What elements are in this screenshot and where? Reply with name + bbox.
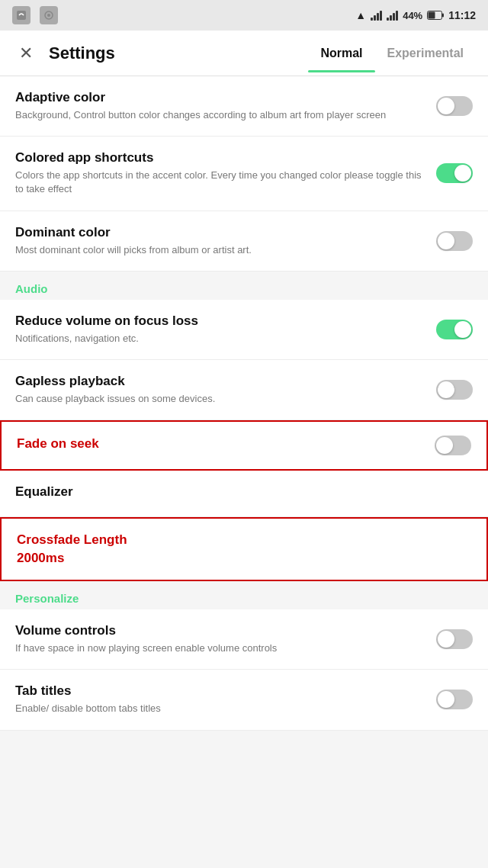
setting-colored-shortcuts-subtitle: Colors the app shortcuts in the accent c…: [15, 169, 424, 196]
setting-gapless-playback-text: Gapless playback Can cause playback issu…: [15, 374, 424, 406]
svg-point-2: [47, 14, 50, 17]
crossfade-value: 2000ms: [17, 551, 471, 566]
setting-reduce-volume-subtitle: Notifications, navigation etc.: [15, 332, 424, 346]
signal-bars-2: [387, 10, 398, 21]
settings-content: Adaptive color Background, Control butto…: [0, 76, 488, 749]
app-icon-2: [40, 6, 58, 24]
setting-equalizer-title: Equalizer: [15, 484, 461, 500]
svg-rect-4: [429, 12, 435, 19]
setting-reduce-volume: Reduce volume on focus loss Notification…: [0, 300, 488, 360]
setting-gapless-playback-subtitle: Can cause playback issues on some device…: [15, 392, 424, 406]
toggle-dominant-color[interactable]: [436, 231, 473, 251]
setting-tab-titles-text: Tab titles Enable/ disable bottom tabs t…: [15, 683, 424, 715]
tab-normal[interactable]: Normal: [308, 42, 374, 65]
battery-percent: 44%: [403, 10, 422, 21]
setting-volume-controls: Volume controls If have space in now pla…: [0, 609, 488, 670]
setting-volume-controls-title: Volume controls: [15, 623, 424, 638]
setting-colored-shortcuts-title: Colored app shortcuts: [15, 150, 424, 166]
page-title: Settings: [49, 43, 308, 63]
setting-adaptive-color-subtitle: Background, Control button color changes…: [15, 108, 424, 122]
setting-tab-titles-title: Tab titles: [15, 683, 424, 699]
category-personalize: Personalize: [0, 581, 488, 609]
setting-dominant-color-text: Dominant color Most dominant color will …: [15, 225, 424, 257]
tabs-container: Normal Experimental: [308, 42, 476, 65]
crossfade-title: Crossfade Length: [17, 532, 471, 548]
toggle-colored-shortcuts[interactable]: [436, 163, 473, 183]
setting-volume-controls-text: Volume controls If have space in now pla…: [15, 623, 424, 655]
setting-volume-controls-subtitle: If have space in now playing screen enab…: [15, 641, 424, 655]
setting-gapless-playback: Gapless playback Can cause playback issu…: [0, 360, 488, 420]
setting-adaptive-color: Adaptive color Background, Control butto…: [0, 76, 488, 137]
setting-colored-shortcuts: Colored app shortcuts Colors the app sho…: [0, 137, 488, 211]
svg-rect-5: [442, 14, 444, 18]
setting-equalizer-text: Equalizer: [15, 484, 461, 503]
setting-tab-titles-subtitle: Enable/ disable bottom tabs titles: [15, 702, 424, 715]
toggle-volume-controls[interactable]: [436, 629, 473, 649]
close-button[interactable]: ✕: [12, 43, 40, 63]
setting-colored-shortcuts-text: Colored app shortcuts Colors the app sho…: [15, 150, 424, 196]
toggle-reduce-volume[interactable]: [436, 320, 473, 339]
status-bar: ▲ 44% 11:12: [0, 0, 488, 31]
toggle-fade-on-seek[interactable]: [435, 436, 471, 455]
app-icon-1: [12, 6, 30, 24]
setting-tab-titles: Tab titles Enable/ disable bottom tabs t…: [0, 670, 488, 730]
signal-bars: [371, 10, 382, 21]
status-bar-left: [12, 6, 58, 24]
tab-experimental[interactable]: Experimental: [375, 42, 476, 65]
header: ✕ Settings Normal Experimental: [0, 31, 488, 76]
category-audio: Audio: [0, 272, 488, 300]
setting-adaptive-color-text: Adaptive color Background, Control butto…: [15, 90, 424, 122]
setting-adaptive-color-title: Adaptive color: [15, 90, 424, 105]
setting-equalizer: Equalizer: [0, 471, 488, 517]
setting-dominant-color: Dominant color Most dominant color will …: [0, 211, 488, 272]
setting-crossfade-length[interactable]: Crossfade Length 2000ms: [0, 517, 488, 581]
setting-dominant-color-title: Dominant color: [15, 225, 424, 240]
setting-dominant-color-subtitle: Most dominant color will picks from albu…: [15, 243, 424, 257]
setting-gapless-playback-title: Gapless playback: [15, 374, 424, 389]
wifi-icon: ▲: [355, 9, 366, 21]
toggle-adaptive-color[interactable]: [436, 96, 473, 116]
battery-icon: [427, 11, 444, 20]
setting-reduce-volume-text: Reduce volume on focus loss Notification…: [15, 313, 424, 346]
setting-fade-on-seek-text: Fade on seek: [17, 436, 422, 455]
setting-fade-on-seek: Fade on seek: [0, 420, 488, 471]
setting-fade-on-seek-title: Fade on seek: [17, 436, 422, 452]
toggle-tab-titles[interactable]: [436, 690, 473, 709]
setting-reduce-volume-title: Reduce volume on focus loss: [15, 313, 424, 329]
toggle-gapless-playback[interactable]: [436, 380, 473, 400]
svg-rect-0: [17, 11, 26, 20]
time-display: 11:12: [448, 9, 476, 21]
status-bar-right: ▲ 44% 11:12: [355, 9, 476, 21]
